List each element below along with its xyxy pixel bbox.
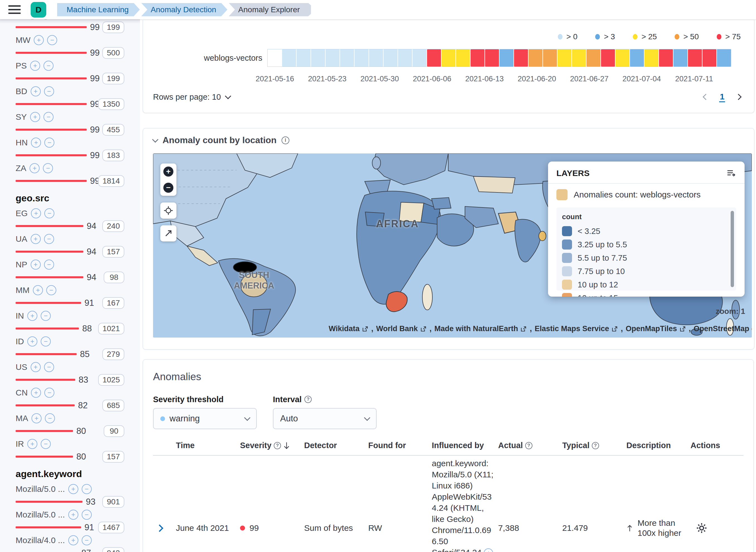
swimlane-cell[interactable] — [311, 49, 325, 66]
swimlane-cell[interactable] — [630, 49, 644, 66]
col-severity[interactable]: Severity ? — [240, 441, 304, 450]
remove-filter-button[interactable]: − — [43, 61, 53, 71]
add-filter-button[interactable]: + — [68, 535, 78, 545]
swimlane-cell[interactable] — [616, 49, 629, 66]
previous-page-icon[interactable] — [703, 94, 709, 100]
swimlane-cell[interactable] — [354, 49, 368, 66]
map-layer-item[interactable]: Anomalies count: weblogs-vectors — [556, 189, 736, 200]
interval-select[interactable]: Auto — [273, 408, 376, 429]
col-typical[interactable]: Typical ? — [562, 441, 626, 450]
page-number[interactable]: 1 — [719, 92, 725, 102]
add-filter-button[interactable]: + — [68, 484, 78, 494]
legend-scrollbar[interactable] — [731, 211, 734, 287]
col-description[interactable]: Description — [626, 441, 690, 450]
swimlane-cell[interactable] — [267, 49, 282, 66]
remove-filter-button[interactable]: − — [44, 208, 55, 218]
swimlane-cell[interactable] — [427, 49, 441, 66]
swimlane-cell[interactable] — [688, 49, 702, 66]
add-filter-button[interactable]: + — [34, 35, 44, 45]
remove-filter-button[interactable]: − — [41, 439, 51, 449]
swimlane-cell[interactable] — [369, 49, 383, 66]
add-filter-icon[interactable]: + — [483, 548, 493, 552]
add-filter-button[interactable]: + — [27, 311, 37, 321]
rows-per-page-button[interactable]: Rows per page: 10 — [153, 93, 230, 102]
map-expand-button[interactable] — [160, 225, 177, 242]
swimlane-cell[interactable] — [456, 49, 470, 66]
swimlane-cell[interactable] — [543, 49, 557, 66]
help-icon[interactable]: ? — [304, 396, 312, 403]
add-filter-button[interactable]: + — [27, 336, 37, 347]
help-icon[interactable]: ? — [525, 442, 532, 449]
remove-filter-button[interactable]: − — [44, 234, 54, 244]
add-filter-button[interactable]: + — [31, 362, 41, 372]
swimlane-cell[interactable] — [384, 49, 398, 66]
swimlane-cell[interactable] — [398, 49, 412, 66]
add-filter-button[interactable]: + — [27, 439, 37, 449]
swimlane-cell[interactable] — [413, 49, 427, 66]
remove-filter-button[interactable]: − — [82, 510, 92, 520]
map-zoom-in-button[interactable]: + — [160, 163, 177, 180]
attribution-source[interactable]: OpenMapTiles — [626, 324, 686, 333]
col-detector[interactable]: Detector — [304, 441, 368, 450]
add-filter-button[interactable]: + — [68, 510, 78, 520]
col-found-for[interactable]: Found for — [368, 441, 432, 450]
swimlane-cell[interactable] — [586, 49, 601, 66]
attribution-source[interactable]: Elastic Maps Service — [535, 324, 618, 333]
swimlane-cell[interactable] — [601, 49, 615, 66]
info-icon[interactable]: i — [282, 136, 289, 144]
breadcrumb-item-2[interactable]: Anomaly Detection — [141, 3, 227, 16]
swimlane-cell[interactable] — [659, 49, 673, 66]
remove-filter-button[interactable]: − — [82, 484, 92, 494]
col-actual[interactable]: Actual ? — [498, 441, 562, 450]
add-filter-button[interactable]: + — [31, 234, 41, 244]
swimlane-cell[interactable] — [529, 49, 542, 66]
swimlane-cell[interactable] — [326, 49, 339, 66]
gear-icon[interactable] — [696, 523, 707, 534]
add-filter-button[interactable]: + — [31, 86, 41, 96]
remove-filter-button[interactable]: − — [44, 388, 55, 398]
remove-filter-button[interactable]: − — [41, 336, 51, 347]
remove-filter-button[interactable]: − — [45, 413, 55, 423]
help-icon[interactable]: ? — [592, 442, 599, 449]
swimlane-cell[interactable] — [500, 49, 514, 66]
next-page-icon[interactable] — [735, 94, 742, 100]
add-filter-button[interactable]: + — [31, 413, 41, 423]
help-icon[interactable]: ? — [274, 442, 281, 449]
menu-icon[interactable] — [8, 5, 21, 14]
swimlane-cell[interactable] — [717, 49, 731, 66]
remove-filter-button[interactable]: − — [43, 112, 53, 122]
add-filter-button[interactable]: + — [30, 61, 40, 71]
remove-filter-button[interactable]: − — [44, 138, 55, 148]
attribution-source[interactable]: OpenStreetMap contributors — [693, 324, 752, 333]
remove-filter-button[interactable]: − — [43, 163, 53, 173]
swimlane-cell[interactable] — [297, 49, 311, 66]
remove-filter-button[interactable]: − — [44, 362, 54, 372]
map-zoom-out-button[interactable]: − — [160, 180, 177, 196]
swimlane-cell[interactable] — [470, 49, 484, 66]
add-filter-button[interactable]: + — [31, 208, 41, 218]
attribution-source[interactable]: Wikidata — [329, 324, 368, 333]
remove-filter-button[interactable]: − — [44, 86, 54, 96]
remove-filter-button[interactable]: − — [47, 35, 57, 45]
breadcrumb-item-1[interactable]: Machine Learning — [57, 3, 140, 16]
swimlane-cell[interactable] — [340, 49, 354, 66]
collapse-layers-icon[interactable] — [726, 168, 736, 178]
col-influenced-by[interactable]: Influenced by — [432, 441, 498, 450]
swimlane-cell[interactable] — [514, 49, 528, 66]
swimlane-cell[interactable] — [572, 49, 586, 66]
attribution-source[interactable]: World Bank — [376, 324, 427, 333]
attribution-source[interactable]: Made with NaturalEarth — [434, 324, 527, 333]
swimlane-cell[interactable] — [557, 49, 571, 66]
expand-row-icon[interactable] — [156, 524, 164, 532]
add-filter-button[interactable]: + — [33, 285, 43, 295]
world-map[interactable]: + − — [153, 153, 752, 337]
remove-filter-button[interactable]: − — [46, 285, 56, 295]
add-filter-button[interactable]: + — [30, 112, 40, 122]
breadcrumb-item-3[interactable]: Anomaly Explorer — [229, 3, 311, 16]
add-filter-button[interactable]: + — [31, 138, 41, 148]
map-locate-button[interactable] — [160, 202, 177, 219]
add-filter-button[interactable]: + — [31, 260, 41, 270]
swimlane-cell[interactable] — [442, 49, 455, 66]
swimlane-cell[interactable] — [645, 49, 658, 66]
remove-filter-button[interactable]: − — [41, 311, 51, 321]
